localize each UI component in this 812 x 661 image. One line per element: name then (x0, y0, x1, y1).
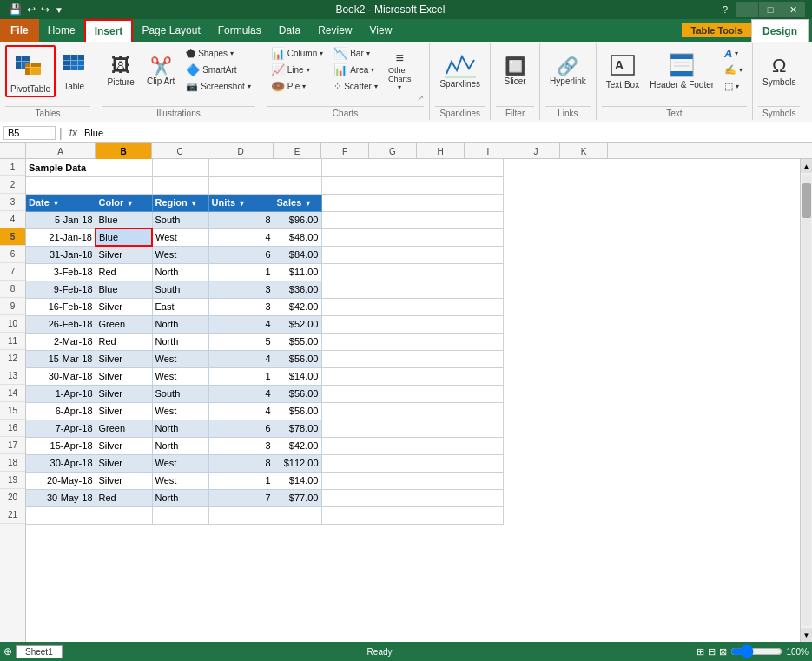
col-header-f[interactable]: F (321, 143, 369, 159)
clip-art-button[interactable]: ✂️ Clip Art (142, 45, 180, 96)
cell-e1[interactable] (274, 159, 321, 176)
header-sales[interactable]: Sales ▼ (274, 194, 321, 211)
cell-b5-selected[interactable]: Blue (96, 228, 152, 246)
cell-c19[interactable]: West (152, 472, 208, 489)
col-header-b[interactable]: B (96, 143, 152, 159)
design-tab[interactable]: Design (751, 19, 809, 42)
cell-b20[interactable]: Red (96, 489, 152, 506)
page-layout-view-btn[interactable]: ⊟ (708, 646, 716, 658)
cell-a2[interactable] (26, 176, 96, 194)
col-header-h[interactable]: H (417, 143, 465, 159)
cell-d19[interactable]: 1 (208, 472, 274, 489)
cell-e6[interactable]: $84.00 (274, 246, 321, 263)
line-chart-button[interactable]: 📈 Line ▾ (267, 62, 327, 77)
quick-undo-btn[interactable]: ↩ (25, 3, 37, 16)
cell-e8[interactable]: $36.00 (274, 281, 321, 298)
help-btn[interactable]: ? (716, 2, 735, 17)
page-break-view-btn[interactable]: ⊠ (719, 646, 727, 658)
cell-a15[interactable]: 6-Apr-18 (26, 402, 96, 420)
cell-e16[interactable]: $78.00 (274, 420, 321, 437)
cell-d14[interactable]: 4 (208, 385, 274, 402)
smartart-button[interactable]: 🔷 SmartArt (182, 62, 255, 77)
cell-b10[interactable]: Green (96, 315, 152, 333)
cell-c18[interactable]: West (152, 454, 208, 472)
header-color[interactable]: Color ▼ (96, 194, 152, 211)
cell-a10[interactable]: 26-Feb-18 (26, 315, 96, 333)
cell-c11[interactable]: North (152, 333, 208, 350)
close-btn[interactable]: ✕ (782, 2, 805, 17)
cell-b8[interactable]: Blue (96, 281, 152, 298)
cell-c12[interactable]: West (152, 350, 208, 367)
file-menu[interactable]: File (0, 19, 39, 42)
cell-e19[interactable]: $14.00 (274, 472, 321, 489)
cell-a9[interactable]: 16-Feb-18 (26, 298, 96, 315)
cell-d18[interactable]: 8 (208, 454, 274, 472)
cell-e12[interactable]: $56.00 (274, 350, 321, 367)
cell-a5[interactable]: 21-Jan-18 (26, 228, 96, 246)
cell-e18[interactable]: $112.00 (274, 454, 321, 472)
cell-b16[interactable]: Green (96, 420, 152, 437)
cell-d9[interactable]: 3 (208, 298, 274, 315)
header-region[interactable]: Region ▼ (152, 194, 208, 211)
scatter-chart-button[interactable]: ⁘ Scatter ▾ (329, 78, 382, 94)
cell-b11[interactable]: Red (96, 333, 152, 350)
pivottable-button[interactable]: PivotTable (5, 45, 56, 97)
minimize-btn[interactable]: ─ (736, 2, 758, 17)
cell-c16[interactable]: North (152, 420, 208, 437)
cell-a14[interactable]: 1-Apr-18 (26, 385, 96, 402)
cell-e15[interactable]: $56.00 (274, 402, 321, 420)
col-header-k[interactable]: K (560, 143, 608, 159)
cell-a17[interactable]: 15-Apr-18 (26, 437, 96, 454)
cell-a11[interactable]: 2-Mar-18 (26, 333, 96, 350)
sheet-tab-active[interactable]: Sheet1 (16, 645, 63, 658)
signature-button[interactable]: ✍ ▾ (720, 62, 747, 77)
cell-b1[interactable] (96, 159, 152, 176)
cell-a4[interactable]: 5-Jan-18 (26, 211, 96, 228)
col-header-a[interactable]: A (26, 143, 96, 159)
cell-b4[interactable]: Blue (96, 211, 152, 228)
column-chart-button[interactable]: 📊 Column ▾ (267, 45, 327, 61)
data-tab[interactable]: Data (270, 19, 309, 42)
table-button[interactable]: Table (57, 45, 90, 97)
cell-c8[interactable]: South (152, 281, 208, 298)
cell-a1[interactable]: Sample Data (26, 159, 96, 176)
charts-expand-btn[interactable]: ↗ (417, 93, 424, 102)
col-header-c[interactable]: C (152, 143, 208, 159)
formula-input[interactable] (84, 128, 809, 138)
add-sheet-btn[interactable]: ⊕ (3, 645, 12, 658)
pie-chart-button[interactable]: 🍩 Pie ▾ (267, 78, 327, 94)
cell-b7[interactable]: Red (96, 263, 152, 281)
wordart-button[interactable]: A ▾ (720, 45, 747, 61)
cell-a19[interactable]: 20-May-18 (26, 472, 96, 489)
cell-d17[interactable]: 3 (208, 437, 274, 454)
cell-b18[interactable]: Silver (96, 454, 152, 472)
cell-d12[interactable]: 4 (208, 350, 274, 367)
cell-c2[interactable] (152, 176, 208, 194)
header-date[interactable]: Date ▼ (26, 194, 96, 211)
normal-view-btn[interactable]: ⊞ (696, 646, 704, 658)
cell-c13[interactable]: West (152, 367, 208, 385)
col-header-i[interactable]: I (465, 143, 512, 159)
col-header-e[interactable]: E (274, 143, 321, 159)
grid[interactable]: Sample Data Dat (26, 159, 800, 642)
shapes-button[interactable]: ⬟ Shapes ▾ (182, 45, 255, 61)
cell-e5[interactable]: $48.00 (274, 228, 321, 246)
cell-a16[interactable]: 7-Apr-18 (26, 420, 96, 437)
insert-tab[interactable]: Insert (84, 19, 134, 42)
cell-c4[interactable]: South (152, 211, 208, 228)
col-header-d[interactable]: D (208, 143, 274, 159)
scroll-track[interactable] (802, 175, 811, 626)
review-tab[interactable]: Review (309, 19, 360, 42)
scroll-up-arrow[interactable]: ▲ (801, 159, 813, 173)
scroll-down-arrow[interactable]: ▼ (801, 628, 813, 642)
home-tab[interactable]: Home (39, 19, 84, 42)
cell-a12[interactable]: 15-Mar-18 (26, 350, 96, 367)
zoom-slider[interactable] (730, 647, 782, 656)
cell-b9[interactable]: Silver (96, 298, 152, 315)
cell-b6[interactable]: Silver (96, 246, 152, 263)
col-header-g[interactable]: G (369, 143, 417, 159)
cell-a13[interactable]: 30-Mar-18 (26, 367, 96, 385)
cell-d11[interactable]: 5 (208, 333, 274, 350)
cell-d13[interactable]: 1 (208, 367, 274, 385)
cell-a6[interactable]: 31-Jan-18 (26, 246, 96, 263)
